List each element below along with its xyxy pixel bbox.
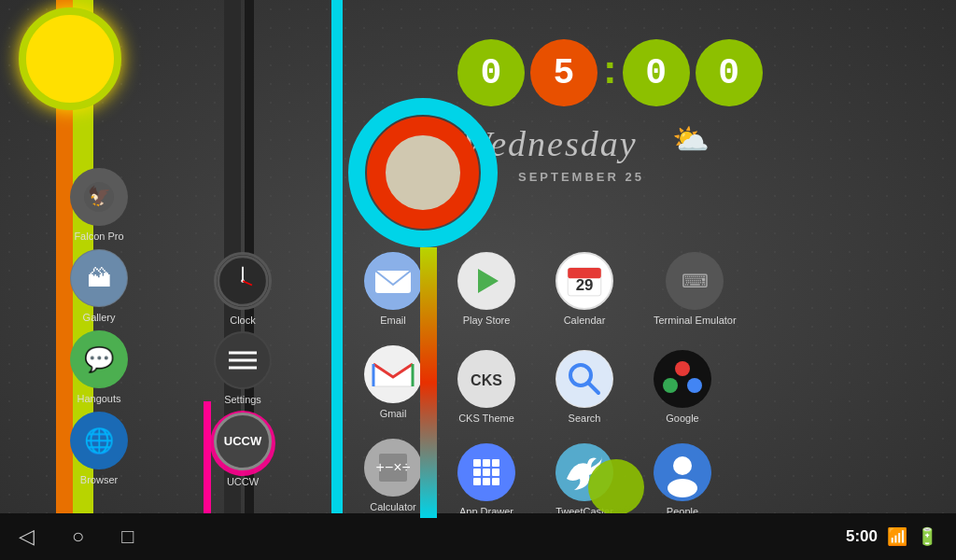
svg-point-52 <box>668 479 697 497</box>
clock-display: 0 5 : 0 0 <box>457 39 763 106</box>
app-search[interactable]: Search <box>555 350 613 424</box>
svg-text:🏔: 🏔 <box>87 264 111 292</box>
svg-text:29: 29 <box>576 276 594 294</box>
clock-digit-3: 0 <box>696 39 763 106</box>
hangouts-icon: 💬 <box>70 330 128 388</box>
svg-rect-44 <box>483 469 490 476</box>
app-clock[interactable]: Clock <box>214 252 272 326</box>
svg-rect-42 <box>492 459 499 467</box>
left-sidebar-apps: 🦅 Falcon Pro 🏔 Gallery 💬 Hangouts 🌐 Brow… <box>70 168 128 493</box>
google-label: Google <box>666 413 698 424</box>
deco-circle-bar <box>420 247 437 518</box>
gmail-label: Gmail <box>380 408 407 419</box>
mid-column-apps: Clock Settings UCCW UCCW <box>210 252 275 495</box>
calendar-icon: 29 <box>555 252 613 310</box>
svg-text:⌨: ⌨ <box>682 271 709 291</box>
app-email[interactable]: Email <box>364 252 422 326</box>
nav-buttons: ◁ ○ □ <box>19 525 134 549</box>
svg-text:🌐: 🌐 <box>84 426 115 455</box>
app-playstore[interactable]: Play Store <box>457 252 515 326</box>
green-circle-deco <box>588 459 644 515</box>
recent-button[interactable]: □ <box>121 525 134 549</box>
nav-bar: ◁ ○ □ 5:00 📶 🔋 <box>0 513 956 560</box>
home-button[interactable]: ○ <box>72 525 84 549</box>
svg-rect-47 <box>483 478 490 485</box>
app-appdrawer[interactable]: App Drawer <box>457 443 515 517</box>
calculator-label: Calculator <box>370 501 416 512</box>
svg-point-32 <box>556 351 612 407</box>
clock-digit-1: 5 <box>530 39 598 106</box>
google-icon <box>654 350 711 408</box>
hangouts-label: Hangouts <box>77 393 120 404</box>
svg-text:CKS: CKS <box>471 372 502 388</box>
uccw-icon: UCCW <box>214 413 272 470</box>
email-icon <box>364 252 422 310</box>
gallery-icon: 🏔 <box>70 249 128 307</box>
settings-label: Settings <box>224 394 261 405</box>
sun-decoration <box>19 7 121 110</box>
browser-label: Browser <box>80 474 118 485</box>
app-gmail[interactable]: Gmail <box>364 345 422 419</box>
wifi-icon: 📶 <box>887 526 907 547</box>
svg-rect-40 <box>473 459 481 467</box>
svg-rect-41 <box>483 459 490 467</box>
app-people[interactable]: People <box>654 443 711 517</box>
svg-rect-43 <box>473 469 481 476</box>
date-label: SEPTEMBER 25 <box>518 170 644 184</box>
svg-text:💬: 💬 <box>84 344 115 374</box>
search-icon <box>555 350 613 408</box>
deco-circle-inner <box>367 117 479 229</box>
svg-text:+−×÷: +−×÷ <box>376 459 411 475</box>
terminal-icon: ⌨ <box>666 252 724 310</box>
weather-icon: ⛅ <box>672 121 710 157</box>
cks-icon: CKS <box>457 350 515 408</box>
app-calendar[interactable]: 29 Calendar <box>555 252 613 326</box>
svg-point-51 <box>673 456 692 475</box>
svg-rect-48 <box>492 478 499 485</box>
svg-point-38 <box>663 378 678 393</box>
clock-digit-2: 0 <box>623 39 690 106</box>
cks-label: CKS Theme <box>458 413 514 424</box>
playstore-label: Play Store <box>463 315 511 326</box>
terminal-label: Terminal Emulator <box>654 315 737 326</box>
app-settings[interactable]: Settings <box>214 331 272 405</box>
clock-colon: : <box>603 46 617 92</box>
app-gallery[interactable]: 🏔 Gallery <box>70 249 128 323</box>
svg-text:🦅: 🦅 <box>88 185 111 207</box>
app-falcon-pro[interactable]: 🦅 Falcon Pro <box>70 168 128 242</box>
svg-point-37 <box>687 378 702 393</box>
svg-point-35 <box>654 351 710 407</box>
clock-icon <box>214 252 272 310</box>
back-button[interactable]: ◁ <box>19 525 35 549</box>
app-hangouts[interactable]: 💬 Hangouts <box>70 330 128 404</box>
app-google[interactable]: Google <box>654 350 711 424</box>
clock-label: Clock <box>230 315 256 326</box>
svg-rect-46 <box>473 478 481 485</box>
uccw-label: UCCW <box>227 476 259 487</box>
clock-digit-0: 0 <box>457 39 525 106</box>
browser-icon: 🌐 <box>70 412 128 469</box>
nav-time: 5:00 <box>846 527 878 546</box>
deco-bar-cyan <box>331 0 343 560</box>
email-label: Email <box>380 315 406 326</box>
app-calculator[interactable]: +−×÷ Calculator <box>364 439 422 512</box>
calculator-icon: +−×÷ <box>364 439 422 497</box>
settings-icon <box>214 331 272 389</box>
battery-icon: 🔋 <box>917 526 937 547</box>
search-label: Search <box>569 413 601 424</box>
app-terminal[interactable]: ⌨ Terminal Emulator <box>654 252 737 326</box>
svg-point-36 <box>675 361 690 376</box>
playstore-icon <box>457 252 515 310</box>
svg-rect-45 <box>492 469 499 476</box>
gallery-label: Gallery <box>83 312 116 323</box>
falcon-pro-icon: 🦅 <box>70 168 128 226</box>
app-cks[interactable]: CKS CKS Theme <box>457 350 515 424</box>
app-browser[interactable]: 🌐 Browser <box>70 412 128 485</box>
app-uccw[interactable]: UCCW UCCW <box>210 411 275 487</box>
nav-right: 5:00 📶 🔋 <box>846 526 937 547</box>
appdrawer-icon <box>457 443 515 501</box>
gmail-icon <box>364 345 422 403</box>
falcon-pro-label: Falcon Pro <box>74 231 123 242</box>
calendar-label: Calendar <box>564 315 606 326</box>
people-icon <box>654 443 711 501</box>
